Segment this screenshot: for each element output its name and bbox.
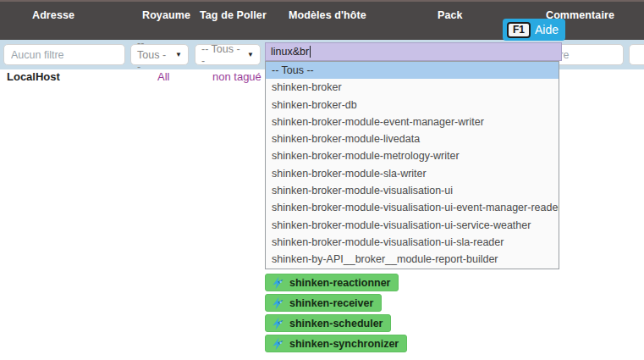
chevron-down-icon: ▼ [175,51,182,58]
pack-badge-label: shinken-reactionner [289,277,390,289]
help-button-label: Aide [535,23,559,36]
shinken-logo-icon [271,296,284,310]
pack-badge-receiver[interactable]: shinken-receiver [265,294,382,312]
host-name-cell[interactable]: LocalHost [7,70,60,83]
dropdown-option[interactable]: shinken-broker-module-visualisation-ui [266,182,559,199]
dropdown-option[interactable]: shinken-broker [266,79,559,96]
chevron-down-icon: ▼ [247,51,254,58]
dropdown-option[interactable]: shinken-by-API__broker__module-report-bu… [266,251,559,268]
pack-badge-synchronizer[interactable]: shinken-synchronizer [265,335,407,352]
hosts-list-page: Adresse Royaume Tag de Poller Modèles d'… [0,0,644,360]
column-header-royaume[interactable]: Royaume [142,9,190,21]
dropdown-option[interactable]: shinken-broker-module-visualisation-ui-e… [266,199,559,216]
shinken-logo-icon [271,276,284,290]
pack-badge-reactionner[interactable]: shinken-reactionner [265,274,399,291]
realm-filter-value: -- Tous -- [137,37,168,73]
realm-cell[interactable]: All [157,70,169,83]
comment-filter-input[interactable] [629,44,644,65]
column-header-tag-de-poller[interactable]: Tag de Poller [200,9,267,21]
dropdown-option[interactable]: shinken-broker-module-visualisation-ui-s… [266,217,559,234]
pack-badge-label: shinken-synchronizer [289,338,399,350]
pack-badge-scheduler[interactable]: shinken-scheduler [265,314,391,332]
dropdown-option[interactable]: shinken-broker-module-sla-writer [266,165,559,182]
shinken-logo-icon [271,317,284,330]
poller-tag-cell[interactable]: non tagué [212,70,261,83]
poller-tag-filter-select[interactable]: -- Tous -- ▼ [195,44,261,65]
help-button[interactable]: F1 Aide [503,19,565,41]
dropdown-option[interactable]: shinken-broker-db [266,97,559,114]
column-header-pack[interactable]: Pack [438,9,463,21]
f1-key-badge: F1 [507,22,531,38]
text-cursor [310,46,311,58]
poller-tag-filter-value: -- Tous -- [201,43,240,67]
pack-badge-label: shinken-receiver [289,297,373,309]
dropdown-option[interactable]: shinken-broker-module-metrology-writer [266,147,559,164]
pack-badge-label: shinken-scheduler [289,318,383,330]
address-filter-input[interactable] [3,44,125,65]
shinken-logo-icon [271,337,284,351]
realm-filter-select[interactable]: -- Tous -- ▼ [130,44,189,65]
column-header-adresse[interactable]: Adresse [32,9,74,21]
dropdown-option-tous[interactable]: -- Tous -- [266,62,559,79]
dropdown-option-clipped[interactable]: shinken-by-API__broker__module-report-bu… [266,269,559,269]
host-template-filter-input[interactable]: linux&br [265,42,562,61]
host-template-autocomplete-dropdown: -- Tous -- shinken-broker shinken-broker… [265,61,559,269]
dropdown-option[interactable]: shinken-broker-module-visualisation-ui-s… [266,234,559,251]
dropdown-option[interactable]: shinken-broker-module-event-manager-writ… [266,114,559,130]
dropdown-option[interactable]: shinken-broker-module-livedata [266,130,559,147]
host-template-filter-value: linux&br [271,46,309,58]
column-header-modeles-hote[interactable]: Modèles d'hôte [289,9,366,21]
